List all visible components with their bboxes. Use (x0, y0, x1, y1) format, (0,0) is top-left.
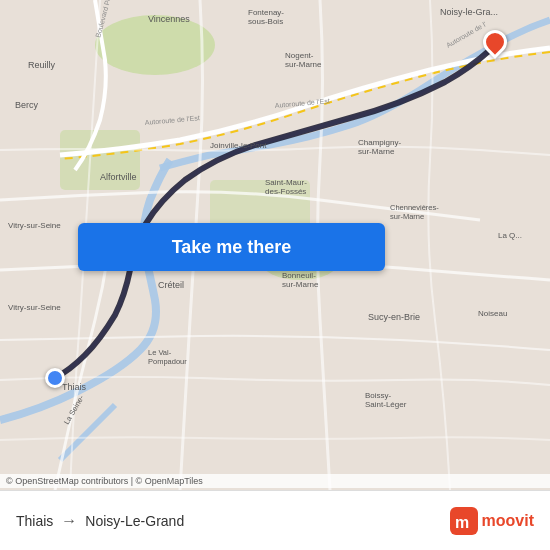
svg-text:Vitry-sur-Seine: Vitry-sur-Seine (8, 303, 61, 312)
svg-text:Vitry-sur-Seine: Vitry-sur-Seine (8, 221, 61, 230)
route-info: Thiais → Noisy-Le-Grand (16, 512, 450, 530)
origin-pin (45, 368, 65, 388)
moovit-logo: m moovit (450, 507, 534, 535)
svg-text:Thiais: Thiais (62, 382, 87, 392)
svg-text:Chennevières-: Chennevières- (390, 203, 439, 212)
moovit-text: moovit (482, 512, 534, 530)
svg-text:sur-Marne: sur-Marne (285, 60, 322, 69)
svg-text:m: m (455, 514, 469, 531)
attribution-text: © OpenStreetMap contributors | © OpenMap… (6, 476, 203, 486)
svg-text:Saint-Léger: Saint-Léger (365, 400, 407, 409)
svg-text:Boissy-: Boissy- (365, 391, 392, 400)
arrow-icon: → (61, 512, 77, 530)
svg-text:sur-Marne: sur-Marne (282, 280, 319, 289)
svg-text:Fontenay-: Fontenay- (248, 8, 284, 17)
svg-text:Champigny-: Champigny- (358, 138, 401, 147)
svg-text:Sucy-en-Brie: Sucy-en-Brie (368, 312, 420, 322)
svg-text:Créteil: Créteil (158, 280, 184, 290)
svg-text:Nogent-: Nogent- (285, 51, 314, 60)
svg-text:des-Fossés: des-Fossés (265, 187, 306, 196)
svg-point-1 (95, 15, 215, 75)
svg-text:Saint-Maur-: Saint-Maur- (265, 178, 307, 187)
map-container: Vincennes Fontenay- sous-Bois Noisy-le-G… (0, 0, 550, 490)
svg-text:Joinville-le-Pont: Joinville-le-Pont (210, 141, 267, 150)
svg-text:Reuilly: Reuilly (28, 60, 56, 70)
svg-text:Pompadour: Pompadour (148, 357, 187, 366)
destination-label: Noisy-Le-Grand (85, 513, 184, 529)
svg-text:Bercy: Bercy (15, 100, 39, 110)
svg-text:Noisy-le-Gra...: Noisy-le-Gra... (440, 7, 498, 17)
svg-text:Noiseau: Noiseau (478, 309, 507, 318)
take-me-there-button[interactable]: Take me there (78, 223, 385, 271)
svg-text:sur-Marne: sur-Marne (358, 147, 395, 156)
svg-text:La Q...: La Q... (498, 231, 522, 240)
svg-text:Alfortville: Alfortville (100, 172, 137, 182)
svg-text:sous-Bois: sous-Bois (248, 17, 283, 26)
svg-text:sur-Marne: sur-Marne (390, 212, 424, 221)
svg-text:Bonneuil-: Bonneuil- (282, 271, 316, 280)
origin-label: Thiais (16, 513, 53, 529)
svg-text:Vincennes: Vincennes (148, 14, 190, 24)
moovit-icon: m (450, 507, 478, 535)
svg-text:Le Val-: Le Val- (148, 348, 172, 357)
attribution: © OpenStreetMap contributors | © OpenMap… (0, 474, 550, 488)
bottom-bar: Thiais → Noisy-Le-Grand m moovit (0, 490, 550, 550)
